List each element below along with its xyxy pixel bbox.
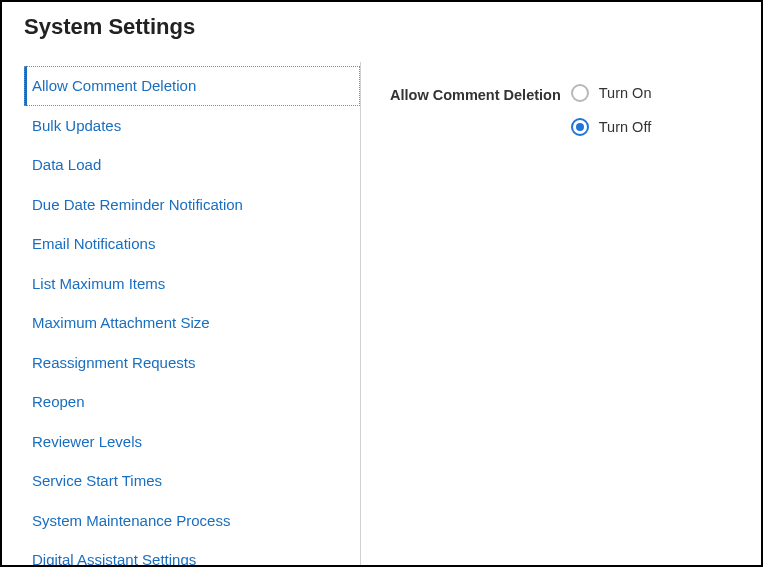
radio-indicator-selected — [571, 118, 589, 136]
radio-indicator — [571, 84, 589, 102]
sidebar-item-service-start-times[interactable]: Service Start Times — [24, 461, 360, 501]
radio-label: Turn On — [599, 85, 652, 101]
setting-radio-group: Turn On Turn Off — [571, 84, 652, 136]
radio-option-turn-on[interactable]: Turn On — [571, 84, 652, 102]
radio-dot-icon — [576, 123, 584, 131]
sidebar-item-reviewer-levels[interactable]: Reviewer Levels — [24, 422, 360, 462]
setting-label: Allow Comment Deletion — [390, 84, 561, 103]
sidebar-item-list-maximum-items[interactable]: List Maximum Items — [24, 264, 360, 304]
sidebar-item-allow-comment-deletion[interactable]: Allow Comment Deletion — [24, 66, 360, 106]
sidebar-item-reopen[interactable]: Reopen — [24, 382, 360, 422]
sidebar-item-maximum-attachment-size[interactable]: Maximum Attachment Size — [24, 303, 360, 343]
page-title: System Settings — [24, 14, 743, 40]
settings-detail-panel: Allow Comment Deletion Turn On Turn Off — [360, 62, 743, 567]
sidebar-item-bulk-updates[interactable]: Bulk Updates — [24, 106, 360, 146]
sidebar-item-digital-assistant-settings[interactable]: Digital Assistant Settings — [24, 540, 360, 567]
sidebar-item-reassignment-requests[interactable]: Reassignment Requests — [24, 343, 360, 383]
vertical-divider — [360, 62, 361, 567]
radio-option-turn-off[interactable]: Turn Off — [571, 118, 652, 136]
radio-label: Turn Off — [599, 119, 651, 135]
sidebar-item-due-date-reminder-notification[interactable]: Due Date Reminder Notification — [24, 185, 360, 225]
settings-sidebar: Allow Comment Deletion Bulk Updates Data… — [20, 62, 360, 567]
sidebar-item-email-notifications[interactable]: Email Notifications — [24, 224, 360, 264]
sidebar-item-data-load[interactable]: Data Load — [24, 145, 360, 185]
sidebar-item-system-maintenance-process[interactable]: System Maintenance Process — [24, 501, 360, 541]
